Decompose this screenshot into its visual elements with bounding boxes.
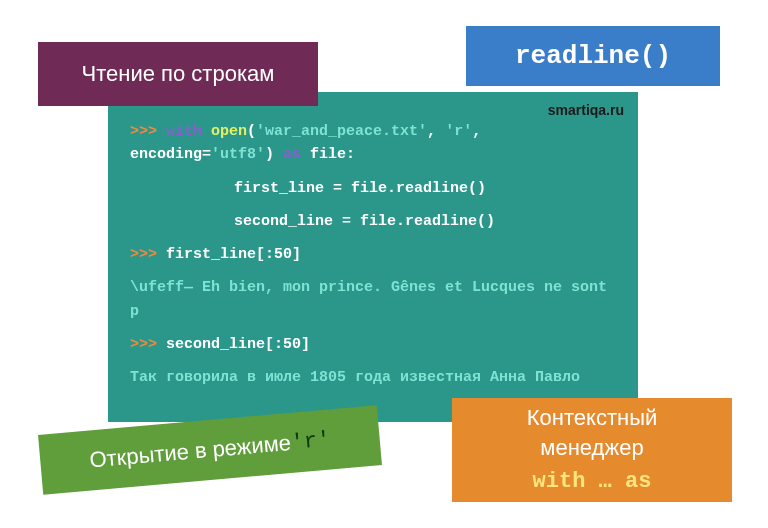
expr2: second_line[:50] — [166, 336, 310, 353]
label-blue-text: readline() — [515, 41, 671, 71]
str-file: 'war_and_peace.txt' — [256, 123, 427, 140]
site-label: smartiqa.ru — [548, 100, 624, 122]
comma2: , — [472, 123, 490, 140]
str-mode: 'r' — [445, 123, 472, 140]
kw-with: with — [166, 123, 202, 140]
label-readline: readline() — [466, 26, 720, 86]
kw-as: as — [274, 146, 310, 163]
enc-key: encoding= — [130, 146, 211, 163]
label-context-manager: Контекстный менеджер with … as — [452, 398, 732, 502]
paren-open: ( — [247, 123, 256, 140]
label-orange-l1: Контекстный — [527, 403, 657, 433]
label-orange-code: with … as — [533, 467, 652, 497]
code-body-2: second_line = file.readline() — [130, 210, 616, 233]
expr1: first_line[:50] — [166, 246, 301, 263]
code-line-1b: encoding='utf8') as file: — [130, 143, 616, 166]
code-line-3: >>> first_line[:50] — [130, 243, 616, 266]
prompt: >>> — [130, 336, 166, 353]
label-reading-lines: Чтение по строкам — [38, 42, 318, 106]
output-1: \ufeff— Eh bien, mon prince. Gênes et Lu… — [130, 276, 616, 323]
comma1: , — [427, 123, 445, 140]
fn-open: open — [211, 123, 247, 140]
label-green-code: 'r' — [290, 427, 332, 455]
label-purple-text: Чтение по строкам — [82, 61, 275, 87]
var-file: file: — [310, 146, 355, 163]
code-body-1: first_line = file.readline() — [130, 177, 616, 200]
label-orange-l2: менеджер — [540, 433, 643, 463]
output-2: Так говорила в июле 1805 года известная … — [130, 366, 616, 389]
code-line-1: >>> with open('war_and_peace.txt', 'r', — [130, 120, 616, 143]
paren-close: ) — [265, 146, 274, 163]
code-panel: smartiqa.ru >>> with open('war_and_peace… — [108, 92, 638, 422]
prompt: >>> — [130, 246, 166, 263]
label-green-text: Открытие в режиме — [89, 430, 292, 474]
str-enc: 'utf8' — [211, 146, 265, 163]
code-line-4: >>> second_line[:50] — [130, 333, 616, 356]
prompt: >>> — [130, 123, 166, 140]
